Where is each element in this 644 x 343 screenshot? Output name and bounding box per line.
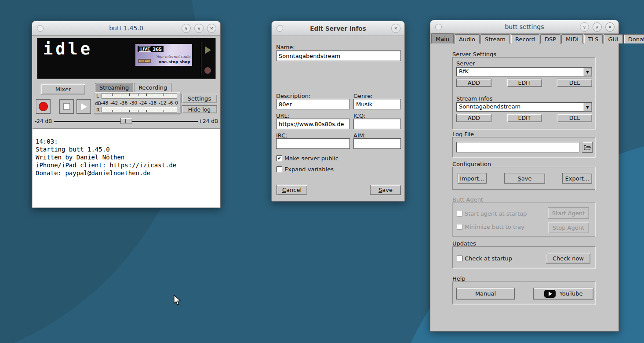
hide-log-button[interactable]: Hide log xyxy=(182,105,217,113)
dropdown-arrow-icon[interactable]: ▼ xyxy=(583,68,592,76)
dialog-title: Edit Server Infos xyxy=(302,25,374,32)
shade-icon[interactable]: ∨ xyxy=(182,24,191,33)
youtube-button[interactable]: YouTube xyxy=(533,288,593,300)
check-now-button[interactable]: Check now xyxy=(546,253,590,264)
tab-tls[interactable]: TLS xyxy=(584,34,603,43)
name-field[interactable] xyxy=(276,51,401,61)
server-settings-section-label: Server Settings xyxy=(452,51,496,58)
log-file-field[interactable] xyxy=(456,142,579,152)
url-field[interactable] xyxy=(276,119,350,129)
settings-tabs: Main Audio Stream Record DSP MIDI TLS GU… xyxy=(430,33,619,43)
check-at-startup-label: Check at startup xyxy=(465,255,512,262)
live365-banner[interactable]: LIVE365 ON AIR Your internet radio one-s… xyxy=(135,44,192,66)
import-button[interactable]: Import... xyxy=(458,173,487,184)
log-line: iPhone/iPad client: https://izicast.de xyxy=(36,161,217,169)
expand-variables-checkbox[interactable] xyxy=(277,166,282,172)
maximize-icon[interactable]: ∧ xyxy=(194,24,204,33)
stream-add-button[interactable]: ADD xyxy=(456,114,491,122)
make-server-public-checkbox[interactable]: ✔ xyxy=(277,155,282,161)
main-window-titlebar[interactable]: butt 1.45.0 ∨ ∧ ✕ xyxy=(32,21,220,36)
log-file-browse-button[interactable] xyxy=(582,142,593,153)
configuration-section-label: Configuration xyxy=(452,161,491,167)
display-separator xyxy=(201,42,201,76)
shade-icon[interactable]: ∨ xyxy=(580,22,589,32)
aim-field[interactable] xyxy=(353,138,401,149)
updates-section-label: Updates xyxy=(452,240,476,247)
server-del-button[interactable]: DEL xyxy=(557,79,592,87)
log-output[interactable]: 14:03: Starting butt 1.45.0 Written by D… xyxy=(33,128,220,207)
tab-main[interactable]: Main xyxy=(431,33,454,43)
stop-agent-button: Stop Agent xyxy=(548,222,589,233)
youtube-icon xyxy=(544,290,556,298)
volume-slider-handle[interactable] xyxy=(120,118,132,124)
save-button[interactable]: Save xyxy=(370,185,401,195)
server-settings-group: Server RfK ▼ ADD EDIT DEL Stream Infos S… xyxy=(452,57,595,129)
stream-status-text: idle xyxy=(43,40,93,58)
tab-gui[interactable]: GUI xyxy=(604,34,622,43)
banner-play-icon[interactable] xyxy=(205,46,211,54)
stop-button[interactable] xyxy=(59,99,74,114)
log-line: 14:03: xyxy=(36,137,217,145)
cancel-button[interactable]: Cancel xyxy=(277,185,307,195)
stream-infos-label: Stream Infos xyxy=(456,95,493,102)
banner-tagline-1: Your internet radio xyxy=(156,54,190,59)
tab-dsp[interactable]: DSP xyxy=(540,34,560,43)
genre-field[interactable] xyxy=(353,99,401,109)
mixer-button[interactable]: Mixer xyxy=(41,84,85,94)
server-edit-button[interactable]: EDIT xyxy=(507,79,542,87)
description-field[interactable] xyxy=(276,99,350,109)
server-label: Server xyxy=(456,60,475,67)
stream-del-button[interactable]: DEL xyxy=(557,114,592,122)
tab-stream[interactable]: Stream xyxy=(480,34,510,43)
stream-infos-dropdown[interactable]: Sonntagabendstream ▼ xyxy=(456,102,592,112)
meter-bar-right xyxy=(102,107,177,112)
irc-label: IRC: xyxy=(276,132,287,139)
dialog-titlebar[interactable]: Edit Server Infos ✕ xyxy=(272,21,404,36)
manual-button[interactable]: Manual xyxy=(456,288,515,300)
help-group: Manual YouTube xyxy=(452,282,595,304)
play-button[interactable] xyxy=(76,99,91,114)
help-section-label: Help xyxy=(452,275,466,282)
tab-streaming[interactable]: Streaming xyxy=(95,83,133,92)
tab-donate[interactable]: Donate xyxy=(624,34,644,43)
close-icon[interactable]: ✕ xyxy=(391,24,400,33)
tab-recording[interactable]: Recording xyxy=(134,83,171,92)
status-led-icon xyxy=(204,67,211,74)
maximize-icon[interactable]: ∧ xyxy=(593,22,602,32)
icq-field[interactable] xyxy=(353,119,401,129)
start-agent-button: Start Agent xyxy=(548,207,589,219)
live365-logo: LIVE365 xyxy=(138,46,164,52)
meter-right-label: R xyxy=(96,107,100,113)
settings-titlebar[interactable]: butt settings ∨ ∧ ✕ xyxy=(430,20,619,34)
check-at-startup-checkbox[interactable] xyxy=(457,256,462,261)
window-menu-icon[interactable] xyxy=(435,24,442,30)
window-menu-icon[interactable] xyxy=(277,25,283,32)
close-icon[interactable]: ✕ xyxy=(207,24,216,33)
export-button[interactable]: Export... xyxy=(562,173,592,184)
expand-variables-label: Expand variables xyxy=(284,166,334,173)
log-line: Written by Daniel Nöthen xyxy=(36,153,217,161)
meter-db-label: dB xyxy=(95,101,101,106)
description-label: Description: xyxy=(276,93,310,99)
close-icon[interactable]: ✕ xyxy=(605,22,615,32)
dropdown-arrow-icon[interactable]: ▼ xyxy=(583,103,592,111)
log-file-group xyxy=(452,137,595,157)
config-save-button[interactable]: Save xyxy=(504,173,545,184)
record-button[interactable] xyxy=(36,99,51,114)
main-window-title: butt 1.45.0 xyxy=(63,25,189,32)
make-server-public-label: Make server public xyxy=(284,155,338,162)
meter-bar-left xyxy=(102,93,177,99)
tab-audio[interactable]: Audio xyxy=(455,34,480,43)
window-menu-icon[interactable] xyxy=(37,25,44,32)
mouse-cursor xyxy=(173,295,181,306)
server-add-button[interactable]: ADD xyxy=(456,79,491,87)
meter-left-label: L xyxy=(96,93,99,99)
settings-button[interactable]: Settings xyxy=(182,94,217,103)
genre-label: Genre: xyxy=(353,93,373,99)
tab-midi[interactable]: MIDI xyxy=(561,34,583,43)
server-dropdown[interactable]: RfK ▼ xyxy=(456,67,592,76)
icq-label: ICQ: xyxy=(353,112,366,119)
irc-field[interactable] xyxy=(276,138,350,149)
stream-edit-button[interactable]: EDIT xyxy=(507,114,542,122)
tab-record[interactable]: Record xyxy=(511,34,539,43)
